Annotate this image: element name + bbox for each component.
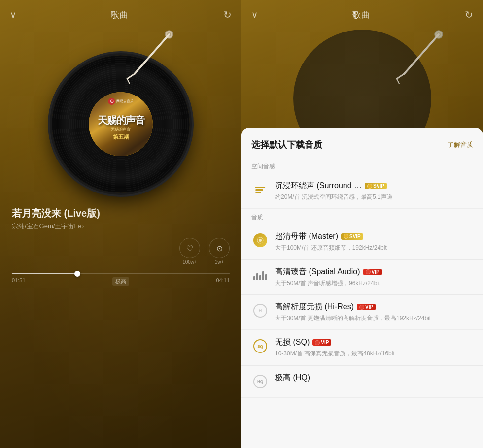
svg-line-3: [127, 74, 135, 79]
quality-item-spatial[interactable]: 高清臻音 (Spatial Audio) VIP 大于50M/首 声音听感增强，…: [242, 260, 483, 295]
hq-info: 极高 (HQ): [275, 373, 473, 383]
sq-vip-badge: VIP: [312, 339, 331, 346]
section-label-quality: 音质: [242, 209, 483, 224]
sq-desc: 10-30M/首 高保真无损音质，最高48kHz/16bit: [275, 350, 473, 358]
sq-vip-icon: [315, 340, 320, 345]
sq-icon: SQ: [251, 337, 269, 355]
netease-icon: [108, 98, 115, 105]
right-refresh-icon[interactable]: ↻: [465, 9, 473, 21]
quality-badge[interactable]: 极高: [112, 277, 129, 286]
quality-item-hires[interactable]: H 高解析度无损 (Hi-Res) VIP 大于30M/首 更饱满清晰的高解析度…: [242, 295, 483, 330]
progress-fill: [12, 273, 77, 274]
chevron-down-icon[interactable]: ∨: [10, 9, 16, 20]
svip-badge-text: SVIP: [373, 183, 384, 189]
spatial-vip-badge: VIP: [363, 269, 382, 275]
svip-badge-icon: [367, 184, 372, 189]
total-time: 04:11: [216, 277, 230, 286]
refresh-icon[interactable]: ↻: [223, 9, 232, 21]
album-episode: 第五期: [113, 133, 129, 141]
progress-section: 01:51 极高 04:11: [0, 273, 242, 286]
svip-badge: SVIP: [365, 183, 387, 189]
master-name: 超清母带 (Master): [275, 231, 338, 242]
action-row: ♡ 100w+ ⊙ 1w+: [0, 238, 242, 265]
hires-icon: H: [251, 302, 269, 320]
spatial-name: 高清臻音 (Spatial Audio): [275, 267, 360, 277]
spatial-desc: 大于50M/首 声音听感增强，96kHz/24bit: [275, 279, 473, 288]
right-topbar: ∨ 歌曲 ↻: [242, 0, 483, 26]
surround-info: 沉浸环绕声 (Surround … SVIP 约20M/首 沉浸式空间环绕音感，…: [275, 181, 473, 201]
master-info: 超清母带 (Master) SVIP 大于100M/首 还原音频细节，192kH…: [275, 231, 473, 252]
svg-line-8: [397, 74, 404, 79]
hq-icon: HQ: [251, 373, 269, 390]
comment-icon[interactable]: ⊙: [209, 238, 230, 258]
quality-item-sq[interactable]: SQ 无损 (SQ) VIP 10-30M/首 高保真无损音质，最高48kHz/…: [242, 330, 483, 365]
right-panel: ∨ 歌曲 ↻ 选择默认下载音质 了解音质 空间音感: [242, 0, 483, 448]
heart-icon[interactable]: ♡: [179, 238, 200, 258]
hires-name: 高解析度无损 (Hi-Res): [275, 302, 354, 312]
hires-vip-text: VIP: [365, 304, 373, 310]
sq-vip-text: VIP: [321, 340, 329, 345]
quality-sheet: 选择默认下载音质 了解音质 空间音感 沉浸环绕声 (Surround …: [242, 128, 483, 448]
svg-line-7: [404, 34, 439, 74]
spatial-icon: [251, 267, 269, 285]
section-label-spatial: 空间音感: [242, 159, 483, 174]
left-page-title: 歌曲: [111, 9, 129, 21]
hq-name: 极高 (HQ): [275, 373, 310, 383]
sheet-content: 空间音感 沉浸环绕声 (Surround … SVIP: [242, 159, 483, 448]
tonearm: [105, 27, 184, 86]
progress-dot[interactable]: [74, 271, 80, 277]
left-topbar: ∨ 歌曲 ↻: [0, 0, 242, 26]
surround-desc: 约20M/首 沉浸式空间环绕音感，最高5.1声道: [275, 193, 473, 201]
surround-name: 沉浸环绕声 (Surround …: [275, 181, 362, 191]
quality-item-master[interactable]: 超清母带 (Master) SVIP 大于100M/首 还原音频细节，192kH…: [242, 224, 483, 259]
sq-name: 无损 (SQ): [275, 337, 310, 348]
netease-logo: 网易云音乐: [108, 98, 134, 105]
master-svip-text: SVIP: [349, 234, 361, 239]
hires-desc: 大于30M/首 更饱满清晰的高解析度音质，最高192kHz/24bit: [275, 314, 473, 322]
like-button[interactable]: ♡ 100w+: [179, 238, 200, 265]
svg-line-4: [127, 79, 130, 84]
right-page-title: 歌曲: [352, 9, 370, 21]
sq-info: 无损 (SQ) VIP 10-30M/首 高保真无损音质，最高48kHz/16b…: [275, 337, 473, 358]
spatial-vip-text: VIP: [372, 269, 380, 275]
time-row: 01:51 极高 04:11: [12, 277, 230, 286]
right-chevron-icon[interactable]: ∨: [251, 9, 258, 20]
svg-line-2: [135, 34, 169, 74]
spatial-vip-icon: [366, 269, 371, 274]
surround-icon: [251, 181, 269, 198]
master-desc: 大于100M/首 还原音频细节，192kHz/24bit: [275, 244, 473, 252]
song-artist[interactable]: 宗纬/宝石Gem/王宇宙Le ›: [12, 222, 230, 231]
album-title: 天赐的声音: [98, 115, 144, 126]
svg-point-11: [259, 239, 262, 242]
album-subtitle: 天赐的声音: [111, 127, 131, 132]
comment-button[interactable]: ⊙ 1w+: [209, 238, 230, 265]
song-title: 若月亮没来 (Live版): [12, 207, 230, 220]
spatial-info: 高清臻音 (Spatial Audio) VIP 大于50M/首 声音听感增强，…: [275, 267, 473, 288]
master-svip-icon: [344, 234, 348, 239]
hires-vip-badge: VIP: [357, 304, 376, 310]
sheet-title: 选择默认下载音质: [251, 139, 322, 151]
sheet-header: 选择默认下载音质 了解音质: [242, 128, 483, 159]
master-svip-badge: SVIP: [341, 233, 363, 240]
hires-vip-icon: [359, 305, 364, 310]
quality-item-hq[interactable]: HQ 极高 (HQ): [242, 366, 483, 398]
left-panel: ∨ 歌曲 ↻ 网易云音乐: [0, 0, 242, 448]
hires-info: 高解析度无损 (Hi-Res) VIP 大于30M/首 更饱满清晰的高解析度音质…: [275, 302, 473, 322]
song-info: 若月亮没来 (Live版) 宗纬/宝石Gem/王宇宙Le ›: [0, 207, 242, 231]
svg-line-9: [397, 79, 399, 84]
master-icon: [251, 231, 269, 249]
progress-bar[interactable]: [12, 273, 230, 274]
quality-item-surround[interactable]: 沉浸环绕声 (Surround … SVIP 约20M/首 沉浸式空间环绕音感，…: [242, 174, 483, 209]
understand-quality-link[interactable]: 了解音质: [448, 140, 473, 149]
current-time: 01:51: [12, 277, 26, 286]
netease-name: 网易云音乐: [116, 99, 134, 104]
right-tonearm: [375, 27, 453, 86]
